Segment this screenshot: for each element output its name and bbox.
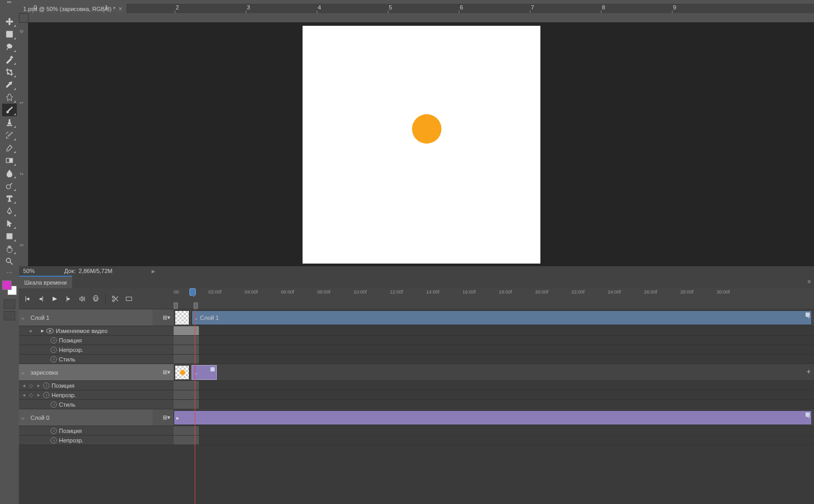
zoom-level[interactable]: 50% — [23, 268, 52, 274]
first-frame-button[interactable]: |◂ — [22, 294, 33, 304]
close-tab-icon[interactable]: × — [118, 5, 122, 13]
eraser-tool[interactable] — [2, 142, 17, 154]
chevron-down-icon[interactable]: ⌵ — [21, 369, 28, 376]
work-area-end[interactable] — [194, 303, 198, 309]
play-button[interactable]: ▶ — [49, 294, 60, 304]
crop-tool[interactable] — [2, 66, 17, 78]
stopwatch-icon[interactable] — [51, 401, 57, 408]
prev-key-icon[interactable]: ◂ — [27, 328, 33, 334]
track-content[interactable]: ⌵ + — [174, 364, 814, 380]
chevron-right-icon[interactable]: ▸ — [176, 415, 179, 421]
more-tools-icon[interactable]: ⋯ — [6, 269, 13, 276]
settings-button[interactable] — [91, 294, 101, 304]
stopwatch-icon[interactable] — [51, 356, 57, 362]
type-tool[interactable] — [2, 192, 17, 205]
zoom-tool[interactable] — [2, 255, 17, 268]
track-head[interactable]: ⌵ зарисовка — [19, 364, 153, 380]
color-swatches[interactable] — [2, 280, 17, 295]
next-key-icon[interactable]: ▸ — [36, 392, 41, 398]
prop-segment[interactable] — [174, 400, 199, 409]
wand-tool[interactable] — [2, 53, 17, 66]
prop-head[interactable]: Непрозр. — [19, 345, 153, 354]
video-clip[interactable]: ⌵ Слой 1 — [192, 310, 812, 325]
prop-segment[interactable] — [174, 326, 199, 335]
chevron-down-icon[interactable]: ⌵ — [194, 315, 198, 321]
prop-head[interactable]: ◂◇▸ Непрозр. — [19, 390, 153, 399]
blur-tool[interactable] — [2, 167, 17, 179]
work-area-start[interactable] — [174, 303, 178, 309]
add-clip-button[interactable]: + — [807, 313, 811, 321]
hand-tool[interactable] — [2, 243, 17, 255]
track-options[interactable]: ⊞▾ — [153, 409, 174, 426]
add-key-icon[interactable]: ◇ — [28, 382, 34, 388]
transition-button[interactable] — [124, 294, 134, 304]
chevron-down-icon[interactable]: ⌵ — [21, 414, 28, 421]
pen-tool[interactable] — [2, 205, 17, 217]
ruler-origin[interactable] — [19, 13, 28, 23]
add-clip-button[interactable]: + — [807, 367, 811, 376]
prev-key-icon[interactable]: ◂ — [21, 392, 26, 398]
track-content[interactable]: ⌵ Слой 1 + — [174, 309, 814, 326]
stamp-tool[interactable] — [2, 116, 17, 129]
canvas-viewport[interactable] — [28, 23, 814, 266]
panel-menu-icon[interactable]: ≡ — [808, 278, 811, 285]
prop-segment[interactable] — [174, 426, 199, 435]
stopwatch-icon[interactable] — [51, 337, 57, 344]
shape-tool[interactable] — [2, 230, 17, 243]
prop-segment[interactable] — [174, 390, 199, 399]
prop-head[interactable]: Стиль — [19, 400, 153, 409]
move-tool[interactable] — [2, 15, 17, 28]
clip-menu-icon[interactable] — [210, 367, 215, 371]
gradient-tool[interactable] — [2, 154, 17, 167]
marquee-tool[interactable] — [2, 28, 17, 41]
expand-panels-button[interactable] — [0, 0, 19, 4]
horizontal-ruler[interactable]: 0 1 2 3 4 5 6 7 8 9 — [28, 13, 814, 23]
stopwatch-icon[interactable] — [43, 382, 49, 389]
prop-segment[interactable] — [174, 345, 199, 354]
lasso-tool[interactable] — [2, 41, 17, 53]
next-frame-button[interactable]: |▸ — [63, 294, 74, 304]
screen-mode-toggle[interactable] — [4, 311, 15, 320]
add-clip-button[interactable]: + — [807, 412, 811, 421]
track-options[interactable]: ⊞▾ — [153, 309, 174, 326]
path-select-tool[interactable] — [2, 217, 17, 230]
prop-segment[interactable] — [174, 336, 199, 345]
audio-button[interactable] — [77, 294, 87, 304]
prop-segment[interactable] — [174, 355, 199, 364]
prev-key-icon[interactable]: ◂ — [21, 382, 26, 388]
timeline-tab[interactable]: Шкала времени — [19, 276, 72, 288]
video-clip[interactable]: ▸ — [174, 410, 812, 425]
video-clip[interactable]: ⌵ — [192, 365, 217, 380]
history-brush-tool[interactable] — [2, 129, 17, 142]
stopwatch-icon[interactable] — [43, 392, 49, 398]
prop-segment[interactable] — [174, 381, 199, 390]
next-key-icon[interactable]: ▸ — [41, 327, 44, 334]
track-head[interactable]: ⌵ Слой 0 — [19, 409, 153, 426]
stopwatch-icon[interactable] — [51, 347, 57, 353]
prop-head[interactable]: Позиция — [19, 426, 153, 435]
foreground-swatch[interactable] — [2, 280, 12, 290]
dodge-tool[interactable] — [2, 179, 17, 192]
vertical-ruler[interactable]: 0 1 2 3 — [19, 23, 28, 266]
prop-head[interactable]: ◂ ▸ Изменяемое видео — [19, 326, 153, 335]
healing-tool[interactable] — [2, 91, 17, 104]
document-info[interactable]: Док: 2,86M/5,72M — [64, 268, 113, 274]
brush-tool[interactable] — [2, 104, 17, 116]
stopwatch-icon[interactable] — [51, 428, 57, 434]
prop-head[interactable]: ◂◇▸ Позиция — [19, 381, 153, 390]
canvas[interactable] — [303, 26, 540, 264]
playhead[interactable] — [189, 288, 196, 296]
eyedropper-tool[interactable] — [2, 78, 17, 91]
chevron-down-icon[interactable]: ⌵ — [194, 369, 198, 376]
chevron-down-icon[interactable]: ⌵ — [21, 314, 28, 321]
track-options[interactable]: ⊞▾ — [153, 364, 174, 380]
track-content[interactable]: ▸ + — [174, 409, 814, 426]
status-flyout-icon[interactable]: ▸ — [152, 267, 155, 275]
prev-frame-button[interactable]: ◂| — [36, 294, 46, 304]
prop-segment[interactable] — [174, 436, 199, 445]
timeline-ruler[interactable]: 00 02:00f 04:00f 06:00f 08:00f 10:00f 12… — [174, 288, 814, 309]
prop-head[interactable]: Стиль — [19, 355, 153, 364]
visibility-icon[interactable] — [46, 328, 54, 334]
stopwatch-icon[interactable] — [51, 437, 57, 443]
add-key-icon[interactable]: ◇ — [28, 392, 34, 398]
